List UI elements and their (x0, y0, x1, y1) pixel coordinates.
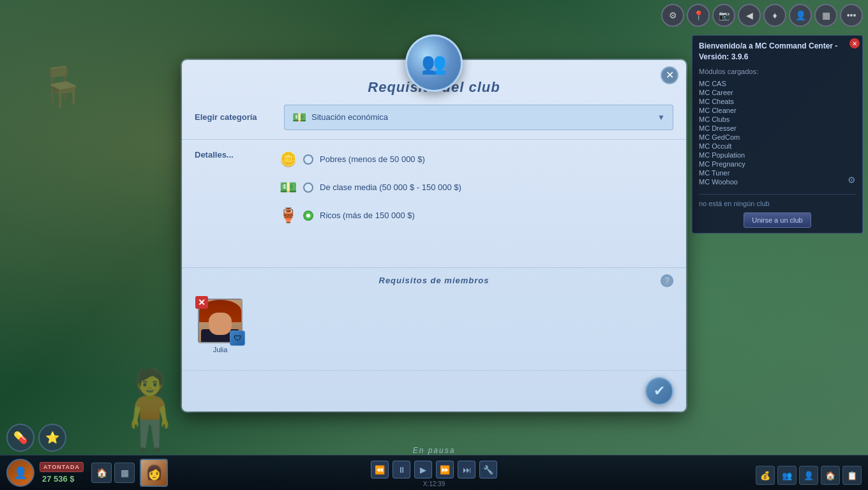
en-pausa-label: En pausa (413, 446, 456, 455)
money-display: 27 536 $ (42, 474, 84, 484)
career-icon-btn[interactable]: 👤 (799, 466, 818, 485)
more-button[interactable]: ••• (840, 4, 863, 27)
members-help-button[interactable]: ? (661, 274, 673, 287)
dialog-club-icon: 👥 (405, 34, 463, 92)
left-hud: 💊 ⭐ (6, 424, 66, 452)
mc-panel-title: Bienvenido/a a MC Command Center - Versi… (699, 41, 856, 63)
members-list: ✕ 🛡 Julia (195, 293, 673, 364)
mc-panel-extra-icon: ⚙ (848, 175, 856, 185)
mc-module-woohoo: MC Woohoo (699, 177, 856, 186)
right-hud-icons: 💰 👥 👤 🏠 📋 (756, 466, 862, 485)
house-icon-btn[interactable]: 🏠 (91, 463, 112, 483)
social-quick-btn[interactable]: ⭐ (38, 424, 66, 452)
mc-panel-close[interactable]: ✕ (849, 38, 860, 48)
pobres-icon: 🪙 (279, 151, 297, 168)
mc-modules-list: MC CAS MC Career MC Cheats MC Cleaner MC… (699, 79, 856, 186)
mc-not-in-club-text: no está en ningún club (699, 200, 856, 207)
category-section: Elegir categoría 💵 Situación económica ▼ (182, 96, 686, 140)
member-badge: 🛡 (230, 330, 245, 346)
fast-forward-button[interactable]: ⏩ (436, 461, 454, 479)
club-icon: 👥 (421, 51, 447, 75)
mc-module-dresser: MC Dresser (699, 124, 856, 133)
members-title: Requisitos de miembros (207, 276, 661, 285)
pobres-radio[interactable] (303, 154, 313, 165)
build-button[interactable]: ▦ (814, 4, 837, 27)
pobres-label: Pobres (menos de 50 000 $) (320, 154, 425, 164)
join-club-button[interactable]: Unirse a un club (744, 212, 811, 228)
option-pobres[interactable]: 🪙 Pobres (menos de 50 000 $) (271, 147, 678, 172)
bg-furniture: 🪑 (38, 64, 86, 109)
social-icon-btn[interactable]: 👥 (777, 466, 797, 485)
ricos-radio[interactable] (303, 211, 313, 221)
sim-portrait[interactable]: 👤 (6, 459, 34, 487)
mc-module-population: MC Population (699, 151, 856, 160)
mc-module-career: MC Career (699, 88, 856, 97)
members-header: Requisitos de miembros ? (195, 274, 673, 287)
profile-button[interactable]: 👤 (789, 4, 812, 27)
options-list: 🪙 Pobres (menos de 50 000 $) 💵 De clase … (271, 140, 686, 261)
details-label: Detalles... (182, 140, 271, 261)
needs-quick-btn[interactable]: 💊 (6, 424, 34, 452)
category-dropdown-icon: 💵 (292, 110, 306, 124)
dialog-close-button[interactable]: ✕ (661, 66, 678, 84)
details-section: Detalles... 🪙 Pobres (menos de 50 000 $)… (182, 140, 686, 267)
category-label: Elegir categoría (195, 112, 271, 122)
diamond-button[interactable]: ♦ (763, 4, 786, 27)
clase-media-icon: 💵 (279, 179, 297, 196)
skip-button[interactable]: ⏭ (458, 461, 475, 479)
play-button[interactable]: ▶ (414, 461, 432, 479)
grid-icon-btn[interactable]: ▦ (114, 463, 135, 483)
mc-panel-bottom: no está en ningún club Unirse a un club (699, 194, 856, 228)
sim-thumbnail-face: 👩 (146, 464, 163, 481)
relationships-icon-btn[interactable]: 📋 (842, 466, 862, 485)
option-clase-media[interactable]: 💵 De clase media (50 000 $ - 150 000 $) (271, 175, 678, 200)
category-dropdown[interactable]: 💵 Situación económica ▼ (284, 105, 673, 130)
member-name-julia: Julia (213, 346, 228, 353)
mc-module-cheats: MC Cheats (699, 97, 856, 106)
sim-info: ATONTADA 27 536 $ (40, 462, 84, 484)
mc-module-cas: MC CAS (699, 79, 856, 88)
mc-module-pregnancy: MC Pregnancy (699, 160, 856, 168)
clase-media-radio[interactable] (303, 182, 313, 193)
mc-module-tuner: MC Tuner (699, 168, 856, 177)
map-button[interactable]: 📍 (687, 4, 710, 27)
mc-module-clubs: MC Clubs (699, 115, 856, 124)
members-section: Requisitos de miembros ? (182, 267, 686, 370)
clase-media-label: De clase media (50 000 $ - 150 000 $) (320, 182, 461, 192)
camera-button[interactable]: 📷 (712, 4, 735, 27)
rewind-button[interactable]: ⏪ (371, 461, 389, 479)
pause-controls: ⏪ ⏸ ▶ ⏩ ⏭ 🔧 (371, 461, 497, 479)
ricos-label: Ricos (más de 150 000 $) (320, 211, 415, 220)
remove-member-button[interactable]: ✕ (195, 296, 208, 309)
mc-command-center-panel: ✕ Bienvenido/a a MC Command Center - Ver… (692, 35, 863, 234)
category-dropdown-text: Situación económica (311, 112, 652, 122)
option-ricos[interactable]: 🏺 Ricos (más de 150 000 $) (271, 204, 678, 228)
hud-left-icons: 🏠 ▦ (91, 463, 135, 483)
settings-button[interactable]: ⚙ (661, 4, 684, 27)
sim-status-badge: ATONTADA (40, 462, 84, 472)
top-toolbar: ⚙ 📍 📷 ◀ ♦ 👤 ▦ ••• (656, 0, 868, 31)
dialog-footer: ✔ (182, 370, 686, 412)
mc-modules-label: Módulos cargados: (699, 68, 856, 75)
prev-button[interactable]: ◀ (738, 4, 761, 27)
tools-button[interactable]: 🔧 (479, 461, 497, 479)
sim-thumbnail[interactable]: 👩 (140, 459, 168, 487)
member-card-julia[interactable]: ✕ 🛡 Julia (195, 299, 246, 359)
ricos-icon: 🏺 (279, 207, 297, 224)
mc-module-gedcom: MC GedCom (699, 133, 856, 142)
inventory-icon-btn[interactable]: 🏠 (821, 466, 840, 485)
member-portrait-wrapper: ✕ 🛡 (198, 299, 243, 343)
pause-button[interactable]: ⏸ (393, 461, 410, 479)
chevron-down-icon: ▼ (657, 113, 665, 122)
confirm-button[interactable]: ✔ (645, 377, 673, 405)
mc-module-cleaner: MC Cleaner (699, 106, 856, 115)
needs-icon-btn[interactable]: 💰 (756, 466, 775, 485)
requisito-del-club-dialog: 👥 ✕ Requisito del club Elegir categoría … (182, 60, 686, 412)
time-display: X:12:39 (423, 480, 445, 487)
mc-module-occult: MC Occult (699, 142, 856, 151)
